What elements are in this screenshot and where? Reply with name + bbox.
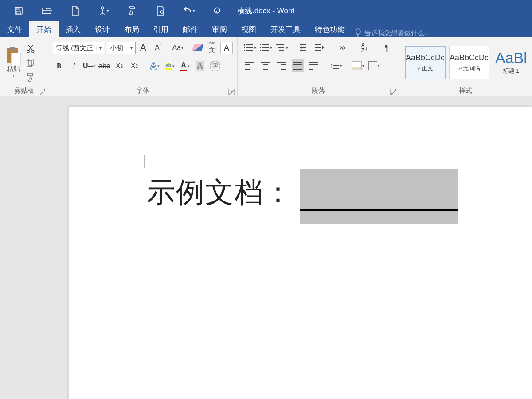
tab-view[interactable]: 视图 (234, 21, 263, 37)
svg-rect-2 (16, 11, 21, 14)
text-effects-button[interactable]: A▾ (149, 60, 161, 72)
tab-design[interactable]: 设计 (88, 21, 117, 37)
align-right-button[interactable] (276, 59, 288, 72)
group-font: 等线 (西文正 ▾ 小初 ▾ Aˆ Aˇ Aa▾ 文 A B I (48, 37, 238, 96)
touch-mode-button[interactable]: ▾ (95, 0, 113, 21)
paste-button[interactable]: 粘贴 ▾ (4, 47, 23, 78)
svg-rect-11 (27, 73, 33, 76)
align-left-button[interactable] (244, 59, 256, 72)
clipboard-launcher[interactable] (39, 89, 45, 95)
change-case-button[interactable]: Aa▾ (172, 42, 184, 54)
group-clipboard-label: 剪贴板 (14, 87, 34, 95)
margin-marker-top-right (507, 155, 520, 168)
selection-highlight[interactable] (300, 169, 458, 224)
undo-button[interactable]: ▾ (180, 0, 198, 21)
save-button[interactable] (10, 0, 27, 21)
enclose-char-button[interactable]: 字 (209, 60, 221, 72)
asian-layout-button[interactable]: ✕▾ (336, 42, 348, 54)
font-color-button[interactable]: A ▾ (179, 60, 191, 72)
font-size-combo[interactable]: 小初 ▾ (107, 42, 136, 54)
group-styles: AaBbCcDc ↵正文 AaBbCcDc ↵无间隔 AaBl 标题 1 样式 (399, 37, 532, 96)
eraser-icon (192, 44, 204, 51)
svg-rect-9 (27, 60, 31, 67)
grow-font-button[interactable]: Aˆ (138, 42, 150, 54)
page[interactable]: 示例文档： (69, 107, 532, 399)
clear-format-button[interactable] (192, 42, 204, 54)
decrease-indent-button[interactable] (299, 42, 311, 54)
borders-button[interactable]: ▾ (368, 59, 380, 72)
group-clipboard: 粘贴 ▾ 剪贴板 (0, 37, 48, 96)
tab-insert[interactable]: 插入 (59, 21, 88, 37)
indent-icon (315, 44, 325, 52)
tab-file[interactable]: 文件 (0, 21, 29, 37)
format-painter-button[interactable] (26, 72, 35, 82)
tab-mailings[interactable]: 邮件 (176, 21, 205, 37)
tab-review[interactable]: 审阅 (205, 21, 234, 37)
document-text[interactable]: 示例文档： (147, 173, 293, 212)
font-launcher[interactable] (228, 89, 235, 95)
document-canvas[interactable]: 示例文档： (0, 96, 532, 399)
paragraph-launcher[interactable] (390, 89, 396, 95)
format-brush-button[interactable] (123, 0, 141, 21)
multilevel-icon (276, 44, 286, 52)
style-heading-1[interactable]: AaBl 标题 1 (493, 46, 530, 79)
font-name-combo[interactable]: 等线 (西文正 ▾ (53, 42, 104, 54)
align-center-button[interactable] (260, 59, 272, 72)
tell-me-search[interactable]: 告诉我您想要做什么... (355, 28, 430, 37)
outdent-icon (300, 44, 309, 52)
increase-indent-button[interactable] (314, 42, 326, 54)
group-paragraph: ▾ ▾ ▾ (238, 37, 399, 96)
underline-rule (300, 209, 458, 211)
subscript-button[interactable]: X2 (113, 60, 125, 72)
char-border-button[interactable]: A (220, 42, 233, 54)
redo-button[interactable] (208, 0, 226, 21)
dropdown-arrow-icon[interactable]: ▾ (12, 73, 15, 78)
cut-button[interactable] (26, 44, 35, 54)
superscript-button[interactable]: X2 (128, 60, 141, 72)
ribbon: 粘贴 ▾ 剪贴板 等线 (西文 (0, 37, 532, 96)
multilevel-list-button[interactable]: ▾ (276, 42, 288, 54)
tab-layout[interactable]: 布局 (117, 21, 146, 37)
tab-references[interactable]: 引用 (146, 21, 176, 37)
open-button[interactable] (38, 0, 56, 21)
bold-button[interactable]: B (53, 60, 65, 72)
italic-button[interactable]: I (68, 60, 80, 72)
justify-button[interactable] (292, 59, 304, 72)
sort-button[interactable]: AZ↓ (359, 42, 371, 54)
line-spacing-button[interactable]: ↕ ▾ (330, 59, 342, 72)
font-name-value: 等线 (西文正 (53, 44, 96, 52)
style-no-spacing[interactable]: AaBbCcDc ↵无间隔 (449, 46, 489, 79)
margin-marker-top-left (132, 155, 145, 168)
ribbon-tabs: 文件 开始 插入 设计 布局 引用 邮件 审阅 视图 开发工具 特色功能 告诉我… (0, 21, 532, 37)
tab-developer[interactable]: 开发工具 (263, 21, 308, 37)
bullets-button[interactable]: ▾ (244, 42, 256, 54)
highlight-button[interactable]: ab ▾ (164, 60, 176, 72)
shading-button[interactable]: ▾ (352, 59, 364, 72)
dropdown-arrow-icon: ▾ (107, 8, 109, 13)
numbering-button[interactable]: ▾ (260, 42, 272, 54)
chevron-down-icon[interactable]: ▾ (96, 46, 104, 51)
underline-button[interactable]: U ▾ (83, 60, 95, 72)
quick-access-toolbar: ▾ ▾ (0, 0, 237, 21)
show-marks-button[interactable]: ¶ (381, 42, 393, 54)
strikethrough-button[interactable]: abc (98, 60, 110, 72)
char-shading-button[interactable]: A (194, 60, 206, 72)
chevron-down-icon[interactable]: ▾ (128, 46, 135, 51)
dropdown-arrow-icon: ▾ (193, 8, 195, 13)
tab-special[interactable]: 特色功能 (308, 21, 352, 37)
tab-home[interactable]: 开始 (29, 21, 59, 37)
group-styles-label: 样式 (459, 87, 472, 95)
new-doc-button[interactable] (66, 0, 84, 21)
title-bar: ▾ ▾ 横线.docx - Word (0, 0, 532, 21)
svg-rect-1 (16, 7, 20, 9)
copy-button[interactable] (26, 58, 35, 68)
shrink-font-button[interactable]: Aˇ (152, 42, 164, 54)
paste-label: 粘贴 (7, 65, 20, 73)
borders-icon (368, 61, 377, 70)
distribute-button[interactable] (308, 59, 320, 72)
bullets-icon (244, 44, 254, 52)
style-normal[interactable]: AaBbCcDc ↵正文 (405, 46, 446, 79)
print-preview-button[interactable] (152, 0, 169, 21)
font-size-value: 小初 (107, 44, 128, 52)
phonetic-guide-button[interactable]: 文 (206, 42, 218, 54)
